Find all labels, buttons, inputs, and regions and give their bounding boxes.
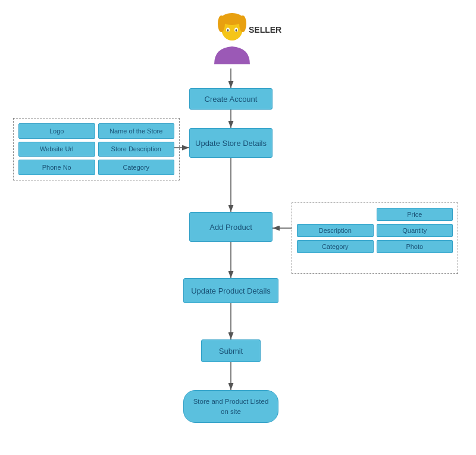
svg-point-15 xyxy=(227,29,229,32)
store-fields-container: Logo Name of the Store Website Url Store… xyxy=(13,118,180,180)
add-product-box: Add Product xyxy=(189,212,273,242)
avatar xyxy=(205,11,259,64)
store-name-field: Name of the Store xyxy=(98,123,175,139)
create-account-box: Create Account xyxy=(189,88,273,110)
update-product-box: Update Product Details xyxy=(183,278,278,303)
seller-label: SELLER xyxy=(249,25,281,35)
svg-point-11 xyxy=(218,15,225,32)
description-product-field: Description xyxy=(297,224,374,237)
diagram-container: SELLER Create Account Update Store Detai… xyxy=(0,0,476,455)
product-fields-container: Description Category Price Quantity Phot… xyxy=(292,202,458,274)
photo-field: Photo xyxy=(377,240,453,253)
final-box: Store and Product Listed on site xyxy=(183,390,278,423)
category-store-field: Category xyxy=(98,160,175,175)
logo-field: Logo xyxy=(18,123,95,139)
website-field: Website Url xyxy=(18,142,95,157)
svg-point-12 xyxy=(239,15,246,32)
category-product-field: Category xyxy=(297,240,374,253)
phone-field: Phone No xyxy=(18,160,95,175)
update-store-box: Update Store Details xyxy=(189,128,273,158)
description-field: Store Description xyxy=(98,142,175,157)
submit-box: Submit xyxy=(201,339,261,362)
svg-point-16 xyxy=(236,29,237,32)
quantity-field: Quantity xyxy=(377,224,453,237)
price-field: Price xyxy=(377,208,453,221)
